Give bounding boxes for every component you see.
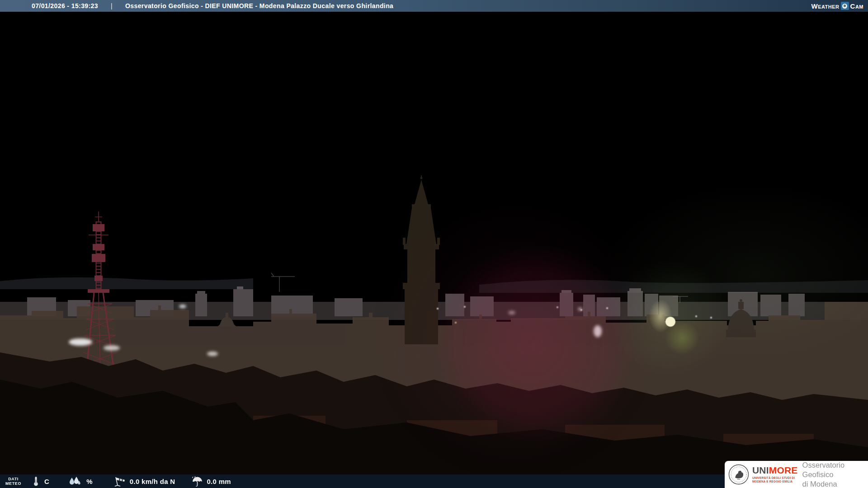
university-line2: MODENA E REGGIO EMILIA xyxy=(752,480,793,483)
university-line1: UNIVERSITÀ DEGLI STUDI DI xyxy=(752,476,795,479)
weathercam-logo-weather: Weather xyxy=(811,2,839,10)
rain-umbrella-icon xyxy=(191,476,203,487)
city-silhouette xyxy=(0,0,868,488)
water-drops-icon xyxy=(68,476,81,486)
webcam-page: 07/01/2026 - 15:39:23 | Osservatorio Geo… xyxy=(0,0,868,488)
webcam-title: Osservatorio Geofisico - DIEF UNIMORE - … xyxy=(125,2,393,9)
wind-value: 0.0 km/h da N xyxy=(130,478,175,485)
weathercam-logo: Weather Cam xyxy=(811,0,863,12)
humidity-unit: % xyxy=(86,478,93,485)
unimore-more: MORE xyxy=(769,465,798,475)
ghirlandina-tower-silhouette xyxy=(403,175,440,344)
separator: | xyxy=(111,2,113,9)
unimore-wordmark: UNIMORE UNIVERSITÀ DEGLI STUDI DI MODENA… xyxy=(752,465,798,483)
top-info-bar: 07/01/2026 - 15:39:23 | Osservatorio Geo… xyxy=(0,0,868,12)
observatory-name: Osservatorio Geofisico di Modena xyxy=(802,460,868,488)
unimore-uni: UNI xyxy=(752,465,769,475)
unimore-seal-icon xyxy=(728,464,749,485)
camera-lens-icon xyxy=(841,2,849,10)
datetime-text: 07/01/2026 - 15:39:23 xyxy=(32,2,98,9)
unimore-logo-box: UNIMORE UNIVERSITÀ DEGLI STUDI DI MODENA… xyxy=(725,461,868,488)
rain-value: 0.0 mm xyxy=(207,478,231,485)
dati-meteo-label: DATI METEO xyxy=(5,477,21,486)
thermometer-icon xyxy=(33,476,39,487)
weathercam-logo-cam: Cam xyxy=(850,2,863,10)
temperature-unit: C xyxy=(44,478,49,485)
windsock-icon xyxy=(112,476,126,487)
